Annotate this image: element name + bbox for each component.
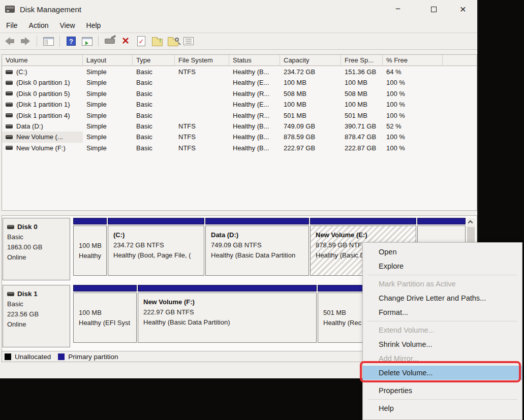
menu-item-mark-partition-active: Mark Partition as Active — [363, 277, 522, 291]
menu-separator — [367, 275, 517, 275]
disk-management-app-icon — [5, 6, 15, 13]
disk1-partition-efi[interactable]: 100 MB Healthy (EFI Syst — [73, 285, 137, 343]
unallocated-swatch — [5, 353, 11, 360]
menu-help[interactable]: Help — [81, 18, 107, 33]
disk1-info-panel[interactable]: Disk 1 Basic 223.56 GB Online — [3, 285, 70, 347]
folder-upload-icon[interactable]: ↑ — [151, 35, 163, 47]
maximize-icon — [431, 7, 437, 12]
menu-item-help[interactable]: Help — [363, 401, 522, 415]
action-pane-icon[interactable] — [81, 35, 93, 47]
menu-bar: File Action View Help — [0, 18, 477, 33]
forward-icon[interactable] — [19, 35, 32, 47]
column-header-volume[interactable]: Volume — [2, 55, 83, 66]
volume-icon — [6, 135, 13, 139]
column-header-type[interactable]: Type — [133, 55, 175, 66]
table-row[interactable]: (Disk 1 partition 4) SimpleBasic Healthy… — [2, 110, 477, 121]
close-button[interactable]: × — [451, 0, 475, 18]
menu-separator — [367, 321, 517, 321]
delete-volume-annotation-box — [360, 361, 521, 382]
toolbar-separator — [59, 36, 60, 47]
menu-item-open[interactable]: Open — [363, 245, 522, 259]
menu-view[interactable]: View — [54, 18, 80, 33]
disk1-kind: Basic — [7, 299, 66, 309]
volume-icon — [6, 81, 13, 85]
volume-icon — [6, 103, 13, 107]
table-row[interactable]: (Disk 0 partition 1) SimpleBasic Healthy… — [2, 77, 477, 88]
table-row[interactable]: New Volume (F:) SimpleBasic NTFSHealthy … — [2, 143, 477, 153]
disk0-partition-system[interactable]: 100 MB Healthy — [73, 218, 107, 276]
table-row[interactable]: (Disk 1 partition 1) SimpleBasic Healthy… — [2, 99, 477, 110]
column-header-layout[interactable]: Layout — [83, 55, 133, 66]
disk-tool-icon[interactable] — [104, 35, 116, 47]
help-icon[interactable]: ? — [65, 35, 77, 47]
partition-context-menu: Open Explore Mark Partition as Active Ch… — [362, 242, 522, 420]
maximize-button[interactable] — [422, 0, 445, 18]
menu-item-shrink-volume[interactable]: Shrink Volume... — [363, 337, 522, 351]
column-header-status[interactable]: Status — [229, 55, 280, 66]
volume-icon — [6, 124, 13, 128]
console-tree-icon[interactable] — [42, 35, 54, 47]
minimize-button[interactable]: − — [386, 0, 410, 18]
primary-partition-band — [138, 285, 317, 292]
primary-partition-band — [310, 218, 416, 224]
menu-item-explore[interactable]: Explore — [363, 259, 522, 273]
disk-icon — [7, 225, 14, 229]
primary-partition-band — [73, 218, 107, 224]
disk0-info-panel[interactable]: Disk 0 Basic 1863.00 GB Online — [3, 218, 70, 280]
table-row[interactable]: Data (D:) SimpleBasic NTFSHealthy (B... … — [2, 121, 477, 132]
volume-rows: (C:) SimpleBasic NTFSHealthy (B... 234.7… — [2, 67, 477, 153]
toolbar-separator — [98, 36, 99, 47]
primary-partition-band — [417, 218, 466, 224]
toolbar: ? × ✓ ↑ — [0, 33, 477, 50]
menu-item-format[interactable]: Format... — [363, 305, 522, 319]
volume-icon — [6, 91, 13, 95]
primary-partition-label: Primary partition — [68, 353, 118, 361]
unallocated-label: Unallocated — [15, 353, 51, 361]
primary-partition-swatch — [58, 353, 65, 360]
disk-icon — [7, 292, 14, 296]
primary-partition-band — [205, 218, 309, 224]
disk1-partition-f[interactable]: New Volume (F:) 222.97 GB NTFS Healthy (… — [138, 285, 317, 343]
table-row-selected[interactable]: New Volume (... SimpleBasic NTFSHealthy … — [2, 132, 477, 142]
menu-file[interactable]: File — [1, 18, 23, 33]
volume-list-header: Volume Layout Type File System Status Ca… — [2, 55, 477, 66]
disk0-partition-d[interactable]: Data (D:) 749.09 GB NTFS Healthy (Basic … — [205, 218, 309, 276]
table-row[interactable]: (C:) SimpleBasic NTFSHealthy (B... 234.7… — [2, 67, 477, 77]
column-header-filesystem[interactable]: File System — [175, 55, 229, 66]
primary-partition-band — [108, 218, 204, 224]
disk0-status: Online — [7, 252, 66, 263]
volume-icon — [6, 113, 13, 117]
column-header-percent-free[interactable]: % Free — [383, 55, 443, 66]
checklist-icon[interactable] — [182, 35, 195, 47]
column-header-freespace[interactable]: Free Sp... — [341, 55, 383, 66]
delete-volume-icon[interactable]: × — [119, 35, 132, 47]
disk0-size: 1863.00 GB — [7, 242, 66, 252]
menu-item-extend-volume: Extend Volume... — [363, 323, 522, 337]
window-title: Disk Management — [20, 5, 81, 14]
column-header-blank[interactable] — [443, 55, 477, 66]
volume-icon — [6, 146, 13, 150]
disk0-kind: Basic — [7, 232, 66, 242]
folder-search-icon[interactable] — [167, 35, 179, 47]
menu-action[interactable]: Action — [23, 18, 54, 33]
volume-list: Volume Layout Type File System Status Ca… — [2, 54, 477, 211]
disk0-partition-c[interactable]: (C:) 234.72 GB NTFS Healthy (Boot, Page … — [108, 218, 204, 276]
menu-item-properties[interactable]: Properties — [363, 383, 522, 398]
primary-partition-band — [73, 285, 137, 292]
menu-item-change-drive-letter[interactable]: Change Drive Letter and Paths... — [363, 291, 522, 305]
volume-icon — [6, 70, 13, 74]
menu-separator — [367, 399, 517, 400]
table-row[interactable]: (Disk 0 partition 5) SimpleBasic Healthy… — [2, 88, 477, 99]
scroll-up-icon[interactable] — [468, 220, 473, 225]
toolbar-separator — [37, 36, 37, 47]
disk1-size: 223.56 GB — [7, 309, 66, 319]
column-header-capacity[interactable]: Capacity — [280, 55, 341, 66]
disk1-status: Online — [7, 319, 66, 330]
validate-document-icon[interactable]: ✓ — [135, 35, 147, 47]
back-icon[interactable] — [4, 35, 16, 47]
